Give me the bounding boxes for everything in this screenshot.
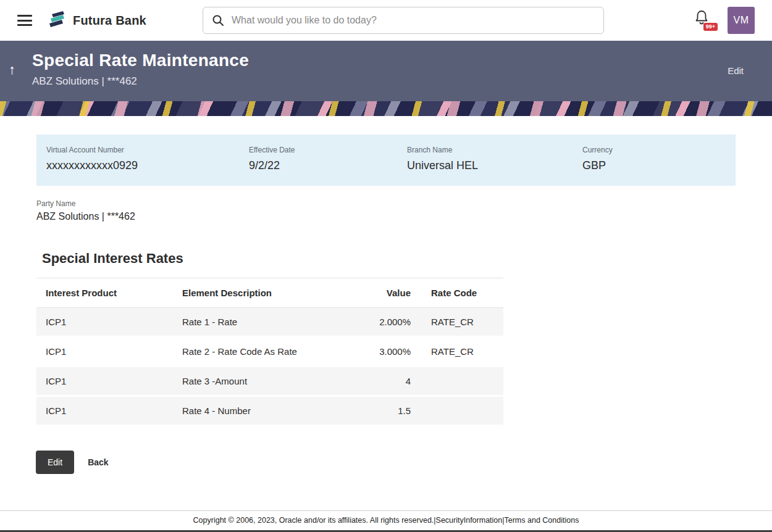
cell-rate-code: RATE_CR	[411, 346, 503, 357]
summary-field-branch-name: Branch Name Universal HEL	[407, 146, 582, 172]
cell-element-description: Rate 2 - Rate Code As Rate	[182, 346, 343, 357]
cell-value: 2.000%	[343, 317, 411, 327]
account-summary-panel: Virtual Account Number xxxxxxxxxxxx0929 …	[36, 135, 736, 186]
terms-and-conditions-link[interactable]: Terms and Conditions	[505, 516, 579, 525]
page-banner: ↑ Special Rate Maintenance ABZ Solutions…	[0, 41, 772, 101]
column-header-rate-code: Rate Code	[411, 288, 503, 298]
party-name-label: Party Name	[36, 199, 772, 208]
main-content: Virtual Account Number xxxxxxxxxxxx0929 …	[0, 116, 772, 510]
column-header-interest-product: Interest Product	[36, 288, 182, 298]
search-icon	[212, 14, 224, 27]
cell-interest-product: ICP1	[36, 346, 182, 357]
cell-rate-code: RATE_CR	[411, 317, 503, 327]
table-row: ICP1 Rate 2 - Rate Code As Rate 3.000% R…	[36, 338, 503, 365]
field-value: xxxxxxxxxxxx0929	[46, 159, 249, 172]
security-information-link[interactable]: SecurityInformation	[436, 516, 503, 525]
page-subtitle: ABZ Solutions | ***462	[32, 75, 742, 88]
page-title: Special Rate Maintenance	[32, 51, 742, 70]
column-header-value: Value	[343, 288, 411, 298]
cell-element-description: Rate 1 - Rate	[182, 317, 343, 327]
special-interest-rates-title: Special Interest Rates	[42, 251, 772, 267]
party-name-block: Party Name ABZ Solutions | ***462	[36, 199, 772, 222]
field-value: 9/2/22	[249, 159, 407, 172]
special-interest-rates-table: Interest Product Element Description Val…	[36, 278, 503, 425]
brand-name: Futura Bank	[73, 14, 146, 28]
cell-interest-product: ICP1	[36, 317, 182, 327]
notification-count-badge: 99+	[703, 23, 718, 31]
search-input[interactable]	[232, 15, 595, 26]
cell-rate-code	[411, 376, 503, 386]
footer: Copyright © 2006, 2023, Oracle and/or it…	[0, 510, 772, 530]
cell-value: 3.000%	[343, 346, 411, 357]
scroll-up-arrow-icon[interactable]: ↑	[9, 63, 15, 77]
party-name-value: ABZ Solutions | ***462	[36, 211, 772, 222]
cell-value: 4	[343, 376, 411, 386]
futura-bank-logo-icon	[48, 11, 67, 30]
edit-button[interactable]: Edit	[36, 451, 74, 474]
global-search	[203, 7, 604, 34]
table-row: ICP1 Rate 4 - Number 1.5	[36, 397, 503, 425]
field-label: Branch Name	[407, 146, 582, 154]
summary-field-effective-date: Effective Date 9/2/22	[249, 146, 407, 172]
notifications-button[interactable]: 99+	[694, 10, 711, 31]
field-label: Currency	[582, 146, 736, 154]
app-bar: Futura Bank 99+ VM	[0, 0, 772, 41]
field-value: GBP	[582, 159, 736, 172]
cell-interest-product: ICP1	[36, 376, 182, 386]
copyright-text: Copyright © 2006, 2023, Oracle and/or it…	[193, 516, 434, 525]
field-label: Effective Date	[249, 146, 407, 154]
table-header-row: Interest Product Element Description Val…	[36, 278, 503, 308]
field-value: Universal HEL	[407, 159, 582, 172]
cell-element-description: Rate 4 - Number	[182, 405, 343, 416]
table-row: ICP1 Rate 1 - Rate 2.000% RATE_CR	[36, 308, 503, 336]
back-button[interactable]: Back	[88, 457, 108, 467]
summary-field-virtual-account: Virtual Account Number xxxxxxxxxxxx0929	[46, 146, 249, 172]
cell-interest-product: ICP1	[36, 405, 182, 416]
banner-decorative-pattern	[0, 101, 772, 116]
page: Futura Bank 99+ VM	[0, 0, 772, 532]
banner-edit-link[interactable]: Edit	[728, 65, 744, 76]
user-avatar[interactable]: VM	[728, 7, 755, 34]
action-buttons: Edit Back	[36, 451, 772, 474]
summary-field-currency: Currency GBP	[582, 146, 736, 172]
cell-value: 1.5	[343, 405, 411, 416]
field-label: Virtual Account Number	[46, 146, 249, 154]
column-header-element-description: Element Description	[182, 288, 343, 298]
table-row: ICP1 Rate 3 -Amount 4	[36, 367, 503, 395]
cell-rate-code	[411, 405, 503, 416]
cell-element-description: Rate 3 -Amount	[182, 376, 343, 386]
hamburger-menu-icon[interactable]	[17, 15, 32, 26]
brand-logo[interactable]: Futura Bank	[48, 11, 146, 30]
